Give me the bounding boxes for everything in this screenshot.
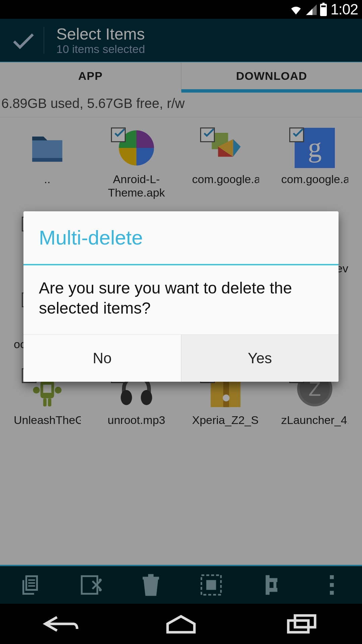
- svg-rect-0: [321, 5, 326, 7]
- recents-icon: [285, 614, 318, 634]
- recents-button[interactable]: [272, 610, 332, 637]
- wifi-icon: [289, 3, 303, 16]
- yes-button[interactable]: Yes: [181, 335, 339, 382]
- no-button[interactable]: No: [23, 335, 181, 382]
- home-icon: [164, 614, 198, 634]
- nav-bar: [0, 604, 362, 644]
- dialog-message: Are you sure you want to delete the sele…: [23, 265, 339, 334]
- confirm-dialog: Multi-delete Are you sure you want to de…: [23, 211, 339, 382]
- screen: 1:02 Select Items 10 items selected APP …: [0, 0, 362, 644]
- status-bar: 1:02: [0, 0, 362, 19]
- dialog-title: Multi-delete: [23, 211, 339, 264]
- back-icon: [40, 614, 80, 634]
- home-button[interactable]: [151, 610, 211, 637]
- back-button[interactable]: [30, 610, 90, 637]
- status-time: 1:02: [330, 1, 358, 18]
- status-icons: [289, 3, 327, 16]
- dialog-buttons: No Yes: [23, 334, 339, 382]
- cell-signal-icon: [305, 3, 318, 16]
- battery-icon: [320, 3, 327, 16]
